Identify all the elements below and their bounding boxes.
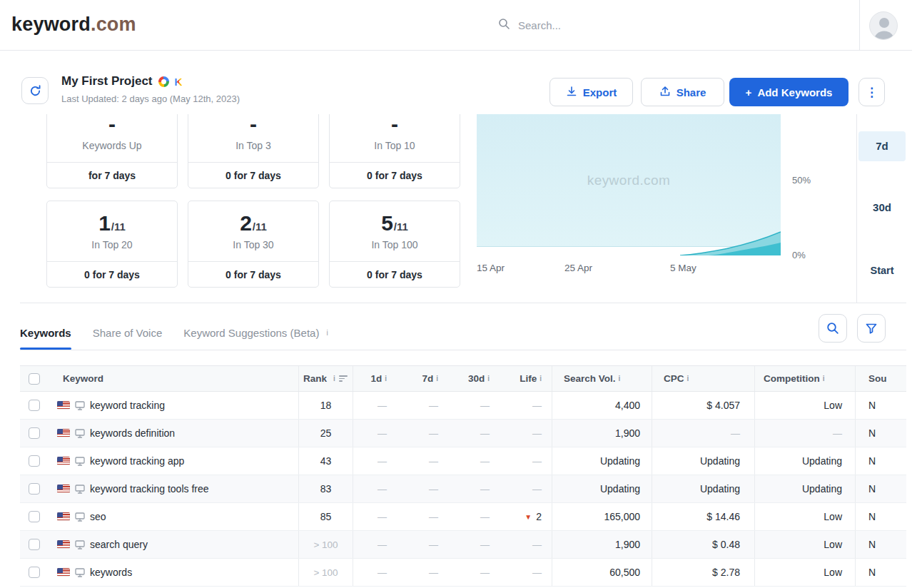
row-checkbox[interactable] (29, 427, 40, 439)
header-rank[interactable]: Ranki (298, 366, 353, 391)
date-range-rail: 7d 30d Start (856, 114, 906, 303)
us-flag-icon (57, 457, 70, 465)
share-button[interactable]: Share (641, 78, 724, 106)
change-1d-cell: — (353, 392, 397, 419)
header-30d[interactable]: 30di (448, 366, 500, 391)
competition-cell: Low (754, 531, 855, 558)
y-tick-50: 50% (792, 175, 811, 186)
stat-label: In Top 100 (371, 239, 417, 250)
filter-button[interactable] (857, 314, 886, 343)
brand-logo[interactable]: keyword.com (11, 14, 136, 36)
range-30d-button[interactable]: 30d (858, 201, 906, 213)
table-row: keyword tracking tools free 83 — — — — U… (20, 475, 906, 503)
us-flag-icon (57, 540, 70, 549)
keyword-cell[interactable]: search query (50, 531, 298, 558)
row-checkbox[interactable] (29, 567, 40, 578)
stat-total: /11 (111, 221, 126, 232)
range-7d-button[interactable]: 7d (858, 131, 906, 161)
life-value: — (532, 484, 542, 495)
life-value: — (532, 567, 542, 578)
info-icon[interactable]: i (333, 375, 335, 382)
stat-card-top3: -In Top 3 0 for 7 days (188, 114, 319, 188)
source-cell: N (855, 392, 906, 419)
competition-cell: Low (754, 559, 855, 586)
keyword-cell[interactable]: keywords (50, 559, 298, 586)
info-icon[interactable]: i (619, 375, 621, 382)
stat-footer: 0 for 7 days (330, 163, 460, 188)
keyword-cell[interactable]: keyword tracking (50, 392, 298, 419)
change-7d-cell: — (397, 475, 448, 502)
change-1d-cell: — (353, 559, 397, 586)
competition-cell: Low (754, 503, 855, 530)
desktop-icon (75, 485, 85, 494)
sort-icon[interactable] (339, 375, 348, 382)
tab-keyword-suggestions[interactable]: Keyword Suggestions (Beta) i (183, 327, 328, 339)
keyword-cell[interactable]: seo (50, 503, 298, 530)
info-icon[interactable]: i (385, 375, 387, 382)
tab-keywords[interactable]: Keywords (20, 327, 71, 339)
rank-cell: 25 (298, 420, 353, 447)
table-row: search query > 100 — — — — 1,900 $ 0.48 … (20, 531, 906, 559)
source-cell: N (855, 475, 906, 502)
keyword-text: keywords definition (90, 427, 175, 439)
change-7d-cell: — (397, 503, 448, 530)
info-icon[interactable]: i (539, 375, 542, 382)
cpc-cell: — (652, 420, 754, 447)
avatar[interactable] (869, 11, 898, 40)
rank-cell: 43 (298, 447, 353, 475)
table-search-button[interactable] (819, 314, 847, 343)
source-cell: N (855, 447, 906, 475)
change-1d-cell: — (353, 447, 397, 475)
range-start-button[interactable]: Start (858, 265, 906, 276)
search-input[interactable] (518, 19, 675, 31)
last-updated-text: Last Updated: 2 days ago (May 12th, 2023… (61, 93, 240, 104)
keyword-cell[interactable]: keyword tracking app (50, 447, 298, 475)
row-checkbox[interactable] (29, 455, 40, 467)
change-30d-cell: — (448, 559, 500, 586)
row-checkbox[interactable] (29, 483, 40, 495)
stat-footer: 0 for 7 days (330, 262, 460, 287)
header-competition[interactable]: Competitioni (754, 366, 855, 391)
x-tick-5may: 5 May (670, 263, 696, 273)
logo-suffix: .com (91, 14, 136, 35)
header-search-vol[interactable]: Search Vol.i (552, 366, 652, 391)
keyword-cell[interactable]: keywords definition (50, 420, 298, 447)
keyword-text: keyword tracking app (90, 455, 184, 467)
keywords-table: Keyword Ranki 1di 7di 30di Lifei Search … (20, 365, 906, 587)
info-icon[interactable]: i (436, 375, 438, 382)
header-keyword[interactable]: Keyword (50, 366, 298, 391)
info-icon[interactable]: i (687, 375, 689, 382)
select-all-checkbox[interactable] (29, 373, 40, 385)
kebab-menu-button[interactable]: ⋮ (858, 78, 885, 106)
header-1d[interactable]: 1di (353, 366, 397, 391)
row-checkbox[interactable] (29, 400, 40, 411)
info-icon[interactable]: i (487, 375, 490, 382)
life-cell: — (500, 392, 552, 419)
header-life[interactable]: Lifei (500, 366, 552, 391)
global-search[interactable] (498, 0, 675, 51)
row-checkbox[interactable] (29, 539, 40, 550)
tab-share-of-voice[interactable]: Share of Voice (93, 327, 163, 339)
keyword-text: keyword tracking tools free (90, 483, 209, 495)
header-cpc[interactable]: CPCi (652, 366, 754, 391)
header-7d[interactable]: 7di (397, 366, 448, 391)
life-value: — (532, 428, 542, 439)
info-icon[interactable]: i (823, 375, 825, 382)
life-cell: — (500, 447, 552, 475)
stat-footer: 0 for 7 days (188, 262, 318, 287)
share-label: Share (677, 86, 706, 98)
cpc-cell: Updating (652, 475, 754, 502)
info-icon[interactable]: i (326, 329, 328, 337)
keyword-cell[interactable]: keyword tracking tools free (50, 475, 298, 502)
stat-card-top30: 2/11In Top 30 0 for 7 days (188, 201, 319, 288)
change-30d-cell: — (448, 447, 500, 475)
refresh-button[interactable] (21, 77, 49, 104)
stat-card-keywords-up: -Keywords Up for 7 days (46, 114, 178, 188)
add-keywords-button[interactable]: + Add Keywords (729, 78, 848, 106)
competition-cell: Updating (754, 475, 855, 502)
row-checkbox[interactable] (29, 511, 40, 522)
export-button[interactable]: Export (549, 78, 633, 106)
change-30d-cell: — (448, 475, 500, 502)
header-source[interactable]: Sou (855, 366, 906, 391)
tab-bar: Keywords Share of Voice Keyword Suggesti… (20, 327, 328, 339)
